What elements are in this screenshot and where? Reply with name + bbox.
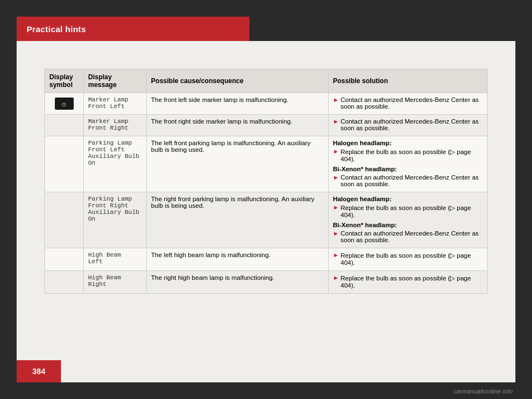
table-row: Parking LampFront RightAuxiliary Bulb On… (45, 192, 488, 248)
solution-item: ►Replace the bulb as soon as possible (▷… (333, 252, 483, 266)
page-number-badge: 384 (17, 360, 61, 382)
arrow-icon: ► (333, 230, 339, 237)
table-wrapper: Display symbol Display message Possible … (44, 69, 488, 344)
bixenon-label: Bi-Xenon* headlamp: (333, 166, 483, 172)
display-symbol-icon: ☼ (55, 98, 74, 110)
halogen-solution-item: ►Replace the bulb as soon as possible (▷… (333, 148, 483, 162)
message-cell: Parking LampFront RightAuxiliary Bulb On (84, 192, 147, 248)
solution-text: Contact an authorized Mercedes-Benz Cent… (341, 118, 483, 131)
solution-item: ►Replace the bulb as soon as possible (▷… (333, 274, 483, 289)
page-number: 384 (32, 367, 45, 376)
message-cell: Marker LampFront Right (84, 115, 147, 136)
cause-cell: The left front parking lamp is malfuncti… (146, 136, 328, 192)
solution-cell: Halogen headlamp:►Replace the bulb as so… (328, 136, 487, 192)
bixenon-solution-item: ►Contact an authorized Mercedes-Benz Cen… (333, 230, 483, 243)
solution-text: Contact an authorized Mercedes-Benz Cent… (341, 230, 483, 243)
arrow-icon: ► (333, 204, 339, 211)
solution-text: Contact an authorized Mercedes-Benz Cent… (341, 96, 483, 110)
cause-cell: The front right side marker lamp is malf… (146, 115, 328, 136)
arrow-icon: ► (333, 118, 339, 125)
solution-text: Replace the bulb as soon as possible (▷ … (341, 148, 483, 162)
arrow-icon: ► (333, 252, 339, 258)
halogen-solution-item: ►Replace the bulb as soon as possible (▷… (333, 204, 483, 218)
col-header-solution: Possible solution (328, 69, 487, 93)
arrow-icon: ► (333, 148, 339, 155)
watermark: carmanualsonline.info (453, 388, 513, 395)
display-table: Display symbol Display message Possible … (44, 69, 488, 294)
table-header-row: Display symbol Display message Possible … (45, 69, 488, 93)
cause-cell: The right front parking lamp is malfunct… (146, 192, 328, 248)
bixenon-label: Bi-Xenon* headlamp: (333, 222, 483, 228)
arrow-icon: ► (333, 274, 339, 281)
solution-text: Contact an authorized Mercedes-Benz Cent… (341, 174, 483, 187)
message-cell: High BeamLeft (84, 248, 147, 271)
display-message: Parking LampFront RightAuxiliary Bulb On (88, 196, 142, 222)
table-row: ☼Marker LampFront LeftThe front left sid… (45, 93, 488, 115)
halogen-label: Halogen headlamp: (333, 140, 483, 146)
display-message: Marker LampFront Left (88, 96, 142, 110)
message-cell: Marker LampFront Left (84, 93, 147, 115)
table-row: High BeamRightThe right high beam lamp i… (45, 271, 488, 294)
message-cell: High BeamRight (84, 271, 147, 294)
bixenon-solution-item: ►Contact an authorized Mercedes-Benz Cen… (333, 174, 483, 187)
solution-text: Replace the bulb as soon as possible (▷ … (341, 274, 483, 289)
symbol-cell: ☼ (45, 93, 84, 115)
solution-item: ►Contact an authorized Mercedes-Benz Cen… (333, 96, 483, 110)
display-message: High BeamLeft (88, 252, 142, 265)
solution-cell: ►Replace the bulb as soon as possible (▷… (328, 248, 487, 271)
cause-cell: The left high beam lamp is malfunctionin… (146, 248, 328, 271)
symbol-cell (45, 136, 84, 192)
solution-item: ►Contact an authorized Mercedes-Benz Cen… (333, 118, 483, 131)
message-cell: Parking LampFront LeftAuxiliary Bulb On (84, 136, 147, 192)
symbol-cell (45, 192, 84, 248)
symbol-cell (45, 115, 84, 136)
col-header-symbol: Display symbol (45, 69, 84, 93)
content-area: Display symbol Display message Possible … (17, 41, 515, 382)
display-message: High BeamRight (88, 274, 142, 288)
col-header-cause: Possible cause/consequence (146, 69, 328, 93)
arrow-icon: ► (333, 96, 339, 103)
solution-cell: ►Replace the bulb as soon as possible (▷… (328, 271, 487, 294)
halogen-label: Halogen headlamp: (333, 196, 483, 202)
cause-cell: The front left side marker lamp is malfu… (146, 93, 328, 115)
display-message: Parking LampFront LeftAuxiliary Bulb On (88, 140, 142, 166)
header-red-section: Practical hints (17, 17, 249, 41)
page-title: Practical hints (27, 24, 86, 34)
solution-cell: ►Contact an authorized Mercedes-Benz Cen… (328, 93, 487, 115)
symbol-cell (45, 248, 84, 271)
table-row: High BeamLeftThe left high beam lamp is … (45, 248, 488, 271)
solution-cell: ►Contact an authorized Mercedes-Benz Cen… (328, 115, 487, 136)
display-message: Marker LampFront Right (88, 118, 142, 131)
arrow-icon: ► (333, 174, 339, 181)
solution-text: Replace the bulb as soon as possible (▷ … (341, 252, 483, 266)
solution-text: Replace the bulb as soon as possible (▷ … (341, 204, 483, 218)
table-row: Marker LampFront RightThe front right si… (45, 115, 488, 136)
cause-cell: The right high beam lamp is malfunctioni… (146, 271, 328, 294)
table-row: Parking LampFront LeftAuxiliary Bulb OnT… (45, 136, 488, 192)
symbol-cell (45, 271, 84, 294)
solution-cell: Halogen headlamp:►Replace the bulb as so… (328, 192, 487, 248)
col-header-message: Display message (84, 69, 147, 93)
